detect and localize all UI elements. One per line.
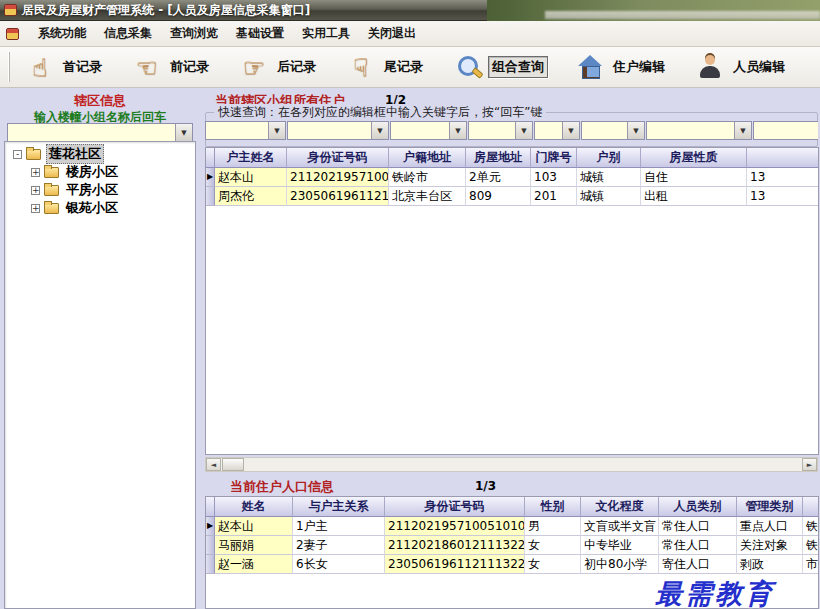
chevron-down-icon[interactable]: ▼ bbox=[627, 122, 644, 139]
households-cell[interactable]: 2单元 bbox=[466, 168, 531, 187]
filter-combo-0[interactable]: ▼ bbox=[205, 121, 286, 140]
households-col-header-3[interactable]: 房屋地址 bbox=[466, 148, 531, 168]
households-row-0[interactable]: ▶赵本山211202195710051010铁岭市2单元103城镇自住13 bbox=[206, 168, 819, 187]
households-cell[interactable]: 铁岭市 bbox=[389, 168, 466, 187]
persons-cell[interactable]: 男 bbox=[525, 517, 581, 536]
households-row-1[interactable]: 周杰伦230506196112111311北京丰台区809201城镇出租13 bbox=[206, 187, 819, 206]
households-cell[interactable]: 周杰伦 bbox=[215, 187, 287, 206]
filter-combo-1[interactable]: ▼ bbox=[287, 121, 389, 140]
households-cell[interactable]: 103 bbox=[531, 168, 577, 187]
persons-row-0[interactable]: ▶赵本山1户主211202195710051010男文盲或半文盲常住人口重点人口… bbox=[206, 517, 819, 536]
chevron-down-icon[interactable]: ▼ bbox=[449, 122, 466, 139]
tree-node-root[interactable]: -莲花社区 bbox=[5, 145, 195, 163]
chevron-down-icon[interactable]: ▼ bbox=[562, 122, 579, 139]
group-search-combo[interactable]: ▼ bbox=[7, 123, 193, 142]
persons-col-header-0[interactable]: 姓名 bbox=[215, 497, 293, 517]
scroll-right-icon[interactable]: ► bbox=[802, 458, 817, 471]
households-cell[interactable]: 211202195710051010 bbox=[287, 168, 389, 187]
persons-cell[interactable]: 重点人口 bbox=[737, 517, 803, 536]
households-col-header-7[interactable] bbox=[747, 148, 819, 168]
persons-row-2[interactable]: 赵一涵6长女230506196112111322女初中80小学寄住人口剥政市工 bbox=[206, 555, 819, 574]
tree-expander-icon[interactable]: + bbox=[31, 186, 40, 195]
persons-cell[interactable]: 211202186012111322 bbox=[385, 536, 525, 555]
filter-combo-7[interactable]: ▼ bbox=[753, 121, 818, 140]
households-cell[interactable]: 赵本山 bbox=[215, 168, 287, 187]
households-cell[interactable]: 自住 bbox=[641, 168, 747, 187]
tree-expander-icon[interactable]: + bbox=[31, 168, 40, 177]
chevron-down-icon[interactable]: ▼ bbox=[175, 124, 192, 141]
filter-combo-value[interactable] bbox=[754, 122, 818, 139]
households-cell[interactable]: 城镇 bbox=[577, 168, 641, 187]
menu-item-3[interactable]: 基础设置 bbox=[227, 23, 293, 43]
chevron-down-icon[interactable]: ▼ bbox=[734, 122, 751, 139]
menu-item-5[interactable]: 关闭退出 bbox=[359, 23, 425, 43]
households-col-header-1[interactable]: 身份证号码 bbox=[287, 148, 389, 168]
persons-col-header-2[interactable]: 身份证号码 bbox=[385, 497, 525, 517]
chevron-down-icon[interactable]: ▼ bbox=[515, 122, 532, 139]
filter-combo-6[interactable]: ▼ bbox=[646, 121, 752, 140]
chevron-down-icon[interactable]: ▼ bbox=[371, 122, 388, 139]
persons-cell[interactable]: 市工 bbox=[803, 555, 819, 574]
horizontal-scrollbar[interactable]: ◄ ► bbox=[205, 457, 818, 472]
filter-combo-4[interactable]: ▼ bbox=[534, 121, 580, 140]
persons-cell[interactable]: 1户主 bbox=[293, 517, 385, 536]
tree-expander-icon[interactable]: + bbox=[31, 204, 40, 213]
filter-combo-value[interactable] bbox=[206, 122, 268, 139]
persons-cell[interactable]: 剥政 bbox=[737, 555, 803, 574]
households-col-header-6[interactable]: 房屋性质 bbox=[641, 148, 747, 168]
toolbar-button-1[interactable]: ☜前记录 bbox=[131, 52, 212, 82]
menu-item-4[interactable]: 实用工具 bbox=[293, 23, 359, 43]
persons-cell[interactable]: 铁岭 bbox=[803, 517, 819, 536]
persons-col-header-1[interactable]: 与户主关系 bbox=[293, 497, 385, 517]
households-cell[interactable]: 230506196112111311 bbox=[287, 187, 389, 206]
persons-cell[interactable]: 赵一涵 bbox=[215, 555, 293, 574]
persons-cell[interactable]: 铁岭 bbox=[803, 536, 819, 555]
persons-cell[interactable]: 6长女 bbox=[293, 555, 385, 574]
tree-node-0[interactable]: +楼房小区 bbox=[5, 163, 195, 181]
persons-col-header-6[interactable]: 管理类别 bbox=[737, 497, 803, 517]
households-cell[interactable]: 809 bbox=[466, 187, 531, 206]
persons-cell[interactable]: 寄住人口 bbox=[659, 555, 737, 574]
filter-combo-5[interactable]: ▼ bbox=[581, 121, 645, 140]
tree-node-1[interactable]: +平房小区 bbox=[5, 181, 195, 199]
persons-col-header-7[interactable] bbox=[803, 497, 819, 517]
households-cell[interactable]: 出租 bbox=[641, 187, 747, 206]
scroll-left-icon[interactable]: ◄ bbox=[206, 458, 221, 471]
filter-combo-value[interactable] bbox=[582, 122, 627, 139]
mdi-child-icon[interactable] bbox=[6, 28, 19, 40]
households-cell[interactable]: 城镇 bbox=[577, 187, 641, 206]
district-tree[interactable]: -莲花社区+楼房小区+平房小区+银苑小区 bbox=[4, 141, 196, 609]
filter-combo-value[interactable] bbox=[535, 122, 562, 139]
persons-cell[interactable]: 常住人口 bbox=[659, 517, 737, 536]
toolbar-button-7[interactable]: ⇄导入导出 bbox=[814, 52, 820, 82]
menu-item-1[interactable]: 信息采集 bbox=[95, 23, 161, 43]
households-col-header-5[interactable]: 户别 bbox=[577, 148, 641, 168]
persons-col-header-3[interactable]: 性别 bbox=[525, 497, 581, 517]
chevron-down-icon[interactable]: ▼ bbox=[268, 122, 285, 139]
persons-cell[interactable]: 230506196112111322 bbox=[385, 555, 525, 574]
menu-item-0[interactable]: 系统功能 bbox=[29, 23, 95, 43]
persons-cell[interactable]: 女 bbox=[525, 555, 581, 574]
filter-combo-3[interactable]: ▼ bbox=[468, 121, 533, 140]
scrollbar-thumb[interactable] bbox=[222, 458, 244, 471]
households-col-header-0[interactable]: 户主姓名 bbox=[215, 148, 287, 168]
persons-col-header-5[interactable]: 人员类别 bbox=[659, 497, 737, 517]
persons-cell[interactable]: 2妻子 bbox=[293, 536, 385, 555]
persons-cell[interactable]: 211202195710051010 bbox=[385, 517, 525, 536]
scrollbar-track[interactable] bbox=[244, 458, 802, 471]
households-grid[interactable]: 户主姓名身份证号码户籍地址房屋地址门牌号户别房屋性质▶赵本山2112021957… bbox=[205, 147, 819, 455]
persons-cell[interactable]: 中专毕业 bbox=[581, 536, 659, 555]
toolbar-button-6[interactable]: 人员编辑 bbox=[694, 52, 788, 82]
filter-combo-value[interactable] bbox=[647, 122, 734, 139]
persons-cell[interactable]: 赵本山 bbox=[215, 517, 293, 536]
toolbar-button-2[interactable]: ☞后记录 bbox=[238, 52, 319, 82]
tree-expander-icon[interactable]: - bbox=[13, 150, 22, 159]
persons-cell[interactable]: 女 bbox=[525, 536, 581, 555]
group-search-combo-value[interactable] bbox=[8, 124, 175, 141]
tree-node-2[interactable]: +银苑小区 bbox=[5, 199, 195, 217]
households-cell[interactable]: 13 bbox=[747, 168, 819, 187]
households-col-header-2[interactable]: 户籍地址 bbox=[389, 148, 466, 168]
toolbar-button-4[interactable]: 组合查询 bbox=[452, 52, 548, 82]
filter-combo-value[interactable] bbox=[469, 122, 515, 139]
toolbar-button-3[interactable]: ☟尾记录 bbox=[345, 52, 426, 82]
